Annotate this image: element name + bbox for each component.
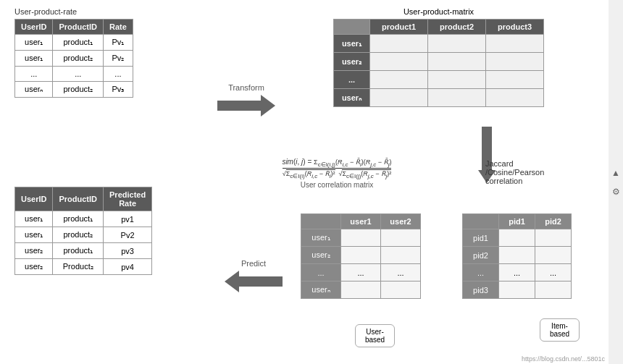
item-cell: ... [499,264,535,282]
corr-cell [381,247,421,264]
corr-cell: ... [341,264,381,282]
item-header-empty [463,214,499,229]
sidebar-up-arrow[interactable]: ▲ [610,167,622,179]
item-header-pid2: pid2 [535,214,572,229]
matrix-row-label: userₙ [334,89,370,107]
matrix-cell [486,89,544,107]
input-table-title: User-product-rate [14,7,133,16]
arrow-left-shape [225,271,283,292]
output-table-section: UserID ProductID PredictedRate user₁prod… [14,187,152,275]
table-row: user₂ [15,243,53,259]
table-row: Pv₃ [104,82,133,98]
output-header-predicted-rate: PredictedRate [104,187,152,211]
main-container: User-product-rate UserID ProductID Rate … [0,0,623,364]
item-row-label: pid2 [463,247,499,264]
corr-matrix-table: user1 user2 user₁user₂.........userₙ [301,213,421,299]
jaccard-label: Jaccard/Cosine/Pearsoncorrelation [485,159,572,185]
corr-row-label: userₙ [301,282,341,299]
item-cell [499,282,535,299]
output-table: UserID ProductID PredictedRate user₁prod… [14,187,152,275]
table-row: pv1 [104,211,152,227]
item-cell: ... [535,264,572,282]
input-table-section: User-product-rate UserID ProductID Rate … [14,7,133,98]
callout-user-text: User-based [365,328,385,344]
corr-cell [341,229,381,247]
predict-arrow: Predict [225,259,283,292]
item-cell [535,247,572,264]
output-header-userid: UserID [15,187,53,211]
corr-cell: ... [381,264,421,282]
matrix-header-p3: product3 [486,20,544,35]
item-cell [499,247,535,264]
corr-cell [341,247,381,264]
table-row: pv4 [104,259,152,275]
table-row: user₁ [15,211,53,227]
table-row: user₁ [15,227,53,243]
matrix-row-label: ... [334,71,370,89]
matrix-header-p1: product1 [370,20,428,35]
table-row: user₁ [15,51,53,67]
table-row: product₁ [53,35,104,51]
input-header-rate: Rate [104,20,133,35]
item-header-pid1: pid1 [499,214,535,229]
corr-cell [381,229,421,247]
sidebar-tool-icon[interactable]: ⚙ [610,186,622,198]
corr-row-label: user₂ [301,247,341,264]
corr-row-label: ... [301,264,341,282]
jaccard-text: Jaccard/Cosine/Pearsoncorrelation [485,159,544,185]
transform-arrow: Transform [217,83,275,117]
arrow-right-shape [217,95,275,117]
watermark: https://blog.csdn.net/...5801c [522,355,605,363]
item-cell [535,229,572,247]
item-matrix-section: pid1 pid2 pid1pid2.........pid3 [462,213,572,299]
item-row-label: pid3 [463,282,499,299]
matrix-cell [428,71,486,89]
corr-cell [341,282,381,299]
matrix-section: User-product-matrix product1 product2 pr… [333,7,544,107]
table-row: product₂ [53,82,104,98]
item-matrix-table: pid1 pid2 pid1pid2.........pid3 [462,213,572,299]
table-row: Product₂ [53,259,104,275]
item-row-label: pid1 [463,229,499,247]
table-row: user₂ [15,259,53,275]
matrix-row-label: user₁ [334,35,370,53]
matrix-cell [370,89,428,107]
item-row-label: ... [463,264,499,282]
table-row: Pv2 [104,227,152,243]
callout-user-based: User-based [355,324,395,347]
matrix-cell [370,71,428,89]
input-table: UserID ProductID Rate user₁product₁Pv₁us… [14,19,133,98]
matrix-header-empty [334,20,370,35]
table-row: product₁ [53,243,104,259]
matrix-cell [486,35,544,53]
formula-section: sim(i, j) = Σc∈I(i,j)(Ri,c − R̄i)(Rj,c −… [214,158,460,189]
item-cell [535,282,572,299]
table-row: ... [53,67,104,82]
corr-header-empty [301,214,341,229]
matrix-cell [370,35,428,53]
table-row: pv3 [104,243,152,259]
table-row: Pv₂ [104,51,133,67]
table-row: user₁ [15,35,53,51]
matrix-cell [428,35,486,53]
input-header-productid: ProductID [53,20,104,35]
corr-cell [381,282,421,299]
corr-matrix-section: user1 user2 user₁user₂.........userₙ [301,213,421,299]
transform-label: Transform [228,83,264,92]
matrix-title: User-product-matrix [333,7,544,16]
matrix-table: product1 product2 product3 user₁user₂...… [333,19,544,107]
matrix-cell [486,71,544,89]
callout-item-text: Item-based [550,322,569,338]
corr-header-user1: user1 [341,214,381,229]
matrix-cell [428,53,486,71]
formula-label: User correlation matrix [214,181,460,189]
table-row: product₂ [53,227,104,243]
corr-row-label: user₁ [301,229,341,247]
table-row: userₙ [15,82,53,98]
matrix-header-p2: product2 [428,20,486,35]
matrix-cell [428,89,486,107]
matrix-cell [370,53,428,71]
input-header-userid: UserID [15,20,53,35]
corr-header-user2: user2 [381,214,421,229]
table-row: ... [104,67,133,82]
